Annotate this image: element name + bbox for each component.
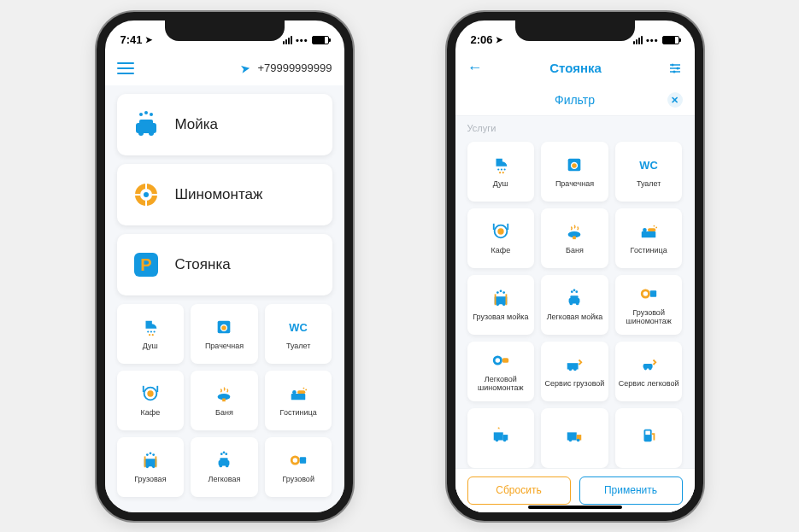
hotel-icon <box>639 221 658 242</box>
tire-icon <box>131 179 162 210</box>
home-indicator <box>528 506 622 509</box>
reftruck-icon <box>491 425 510 446</box>
notch <box>515 20 635 41</box>
service-label: Прачечная <box>552 180 597 189</box>
carsvc-icon <box>639 354 658 375</box>
service-label: Сервис легковой <box>615 380 683 389</box>
laundry-icon <box>214 317 233 337</box>
phone-number-link[interactable]: ➤ +79999999999 <box>240 61 332 75</box>
service-label: Баня <box>562 247 587 255</box>
service-tile-truck[interactable] <box>541 408 608 468</box>
close-filter-button[interactable]: ✕ <box>667 92 683 108</box>
menu-button[interactable] <box>117 62 134 74</box>
service-tile-shower[interactable]: Душ <box>117 304 185 364</box>
service-label: Легковая <box>205 476 244 484</box>
phone-left: 7:41➤ ••• ➤ +79999999999 МойкаШиномонтаж… <box>97 12 353 521</box>
service-tile-carsvc[interactable]: Сервис легковой <box>615 342 683 401</box>
service-label: Душ <box>139 342 162 351</box>
cafe-icon <box>141 383 160 404</box>
service-tile-trucksvc[interactable]: Сервис грузовой <box>541 342 608 401</box>
service-tile-sauna[interactable]: Баня <box>191 371 258 430</box>
laundry-icon <box>565 155 584 175</box>
filter-content: ДушПрачечнаяТуалетКафеБаняГостиницаГрузо… <box>455 137 695 470</box>
signal-icon <box>633 36 643 44</box>
sauna-icon <box>214 383 233 404</box>
service-label: Гостиница <box>277 409 320 418</box>
sauna-icon <box>565 221 584 242</box>
service-tile-gas[interactable] <box>615 408 683 468</box>
svg-point-75 <box>677 67 679 69</box>
service-label: Баня <box>212 409 237 418</box>
reset-button[interactable]: Сбросить <box>467 476 571 505</box>
location-icon: ➤ <box>145 35 152 44</box>
filter-icon[interactable] <box>668 61 682 75</box>
service-tile-laundry[interactable]: Прачечная <box>541 142 608 202</box>
status-time: 7:41 <box>120 33 143 46</box>
service-tile-wc[interactable]: Туалет <box>615 142 683 202</box>
cartire-icon <box>491 350 510 371</box>
battery-icon <box>312 36 329 44</box>
category-label: Шиномонтаж <box>175 186 263 203</box>
service-label: Легковая мойка <box>543 313 607 322</box>
back-button[interactable]: ← <box>467 59 483 77</box>
service-tile-cafe[interactable]: Кафе <box>467 208 535 268</box>
wifi-icon: ••• <box>646 35 659 45</box>
category-card-carwash[interactable]: Мойка <box>117 94 332 155</box>
gas-icon <box>639 425 658 446</box>
service-tile-wc[interactable]: Туалет <box>265 304 332 364</box>
category-label: Стоянка <box>175 256 231 273</box>
service-label: Грузовая <box>131 476 169 484</box>
service-label: Грузовой шиномонтаж <box>615 309 683 326</box>
truckwash-icon <box>141 450 160 471</box>
trucktire-icon <box>289 450 308 471</box>
service-tile-trucktire[interactable]: Грузовой <box>265 437 332 497</box>
service-tile-truckwash[interactable]: Грузовая мойка <box>467 275 535 335</box>
service-tile-carwash2[interactable]: Легковая <box>191 437 258 497</box>
phone-right: 2:06➤ ••• ← Стоянка Фильтр ✕ Услуги ДушП… <box>447 12 703 521</box>
parking-icon <box>131 249 162 280</box>
cafe-icon <box>491 221 510 242</box>
top-bar: ← Стоянка <box>455 51 695 85</box>
filter-header: Фильтр ✕ <box>455 85 695 116</box>
category-label: Мойка <box>175 116 219 133</box>
service-tile-hotel[interactable]: Гостиница <box>615 208 683 268</box>
service-tile-cartire[interactable]: Легковой шиномонтаж <box>467 342 535 401</box>
filter-label: Фильтр <box>555 93 595 107</box>
service-label: Прачечная <box>202 342 247 351</box>
service-label: Туалет <box>633 180 664 189</box>
top-bar: ➤ +79999999999 <box>105 51 344 85</box>
service-tile-sauna[interactable]: Баня <box>541 208 608 268</box>
carwash2-icon <box>214 450 233 471</box>
category-card-tire[interactable]: Шиномонтаж <box>117 164 332 225</box>
service-tile-trucktire[interactable]: Грузовой шиномонтаж <box>615 275 683 335</box>
wc-icon <box>639 155 658 175</box>
service-tile-cafe[interactable]: Кафе <box>117 371 185 430</box>
section-label: Услуги <box>455 116 695 137</box>
status-time: 2:06 <box>471 33 493 46</box>
service-label: Легковой шиномонтаж <box>467 376 535 393</box>
phone-number: +79999999999 <box>257 61 332 74</box>
service-tile-laundry[interactable]: Прачечная <box>191 304 258 364</box>
signal-icon <box>283 36 292 44</box>
service-label: Гостиница <box>627 247 671 255</box>
carwash2-icon <box>565 288 584 308</box>
location-icon: ➤ <box>496 35 502 44</box>
service-tile-shower[interactable]: Душ <box>467 142 535 202</box>
main-content: МойкаШиномонтажСтоянка ДушПрачечнаяТуале… <box>105 85 344 512</box>
service-tile-reftruck[interactable] <box>467 408 535 468</box>
category-card-parking[interactable]: Стоянка <box>117 234 332 295</box>
shower-icon <box>141 317 160 337</box>
page-title: Стоянка <box>549 61 602 75</box>
service-label: Грузовая мойка <box>469 313 532 322</box>
service-tile-truckwash[interactable]: Грузовая <box>117 437 185 497</box>
wifi-icon: ••• <box>296 35 308 45</box>
service-label: Туалет <box>283 342 314 351</box>
trucksvc-icon <box>565 354 584 375</box>
service-tile-hotel[interactable]: Гостиница <box>265 371 332 430</box>
trucktire-icon <box>639 284 658 304</box>
apply-button[interactable]: Применить <box>579 476 683 505</box>
truck-icon <box>565 425 584 446</box>
service-tile-carwash2[interactable]: Легковая мойка <box>541 275 608 335</box>
battery-icon <box>662 36 679 44</box>
send-icon: ➤ <box>239 61 252 76</box>
